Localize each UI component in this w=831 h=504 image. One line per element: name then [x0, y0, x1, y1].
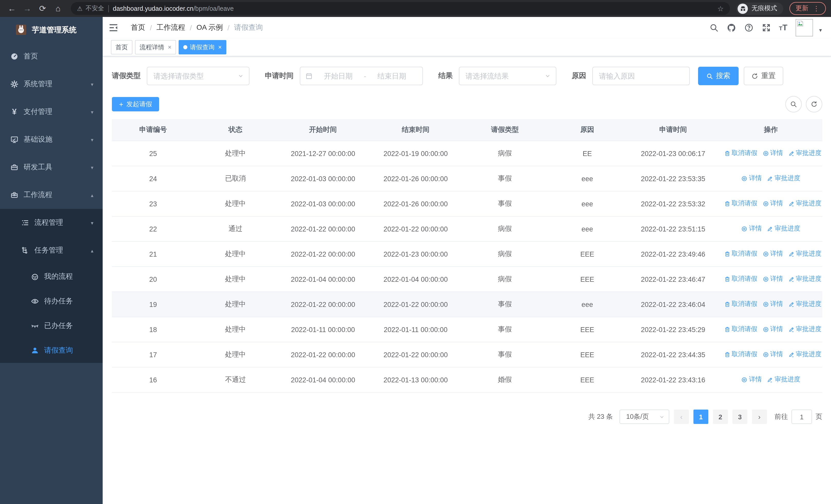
page-button-2[interactable]: 2: [713, 410, 728, 424]
sidebar-item-system[interactable]: 系统管理 ▾: [0, 70, 103, 98]
breadcrumb-item-home[interactable]: 首页: [131, 23, 145, 32]
avatar[interactable]: [796, 19, 813, 36]
browser-home-icon[interactable]: ⌂: [51, 2, 65, 15]
update-button[interactable]: 更新 ⋮: [790, 2, 826, 15]
security-chip[interactable]: ⚠ 不安全: [77, 4, 104, 13]
approval-progress-link[interactable]: 审批进度: [788, 149, 822, 158]
start-date-input[interactable]: [316, 71, 361, 81]
font-size-icon[interactable]: TT: [779, 23, 787, 32]
apply-time-range-picker[interactable]: -: [300, 67, 423, 85]
detail-link[interactable]: 详情: [763, 199, 783, 208]
filter-form: 请假类型 申请时间 -: [112, 67, 822, 85]
cancel-leave-link[interactable]: 取消请假: [724, 350, 757, 359]
sidebar-item-infra[interactable]: 基础设施 ▾: [0, 126, 103, 153]
detail-link[interactable]: 详情: [741, 225, 762, 233]
sidebar-item-task-mgmt[interactable]: 任务管理 ▴: [0, 237, 103, 264]
calendar-icon: [306, 72, 313, 80]
cancel-leave-link[interactable]: 取消请假: [724, 300, 757, 309]
browser-back-icon[interactable]: ←: [5, 2, 19, 15]
approval-progress-link[interactable]: 审批进度: [788, 250, 822, 259]
detail-link[interactable]: 详情: [763, 350, 783, 359]
incognito-badge: 无痕模式: [736, 2, 783, 14]
cell-apply-time: 2022-01-22 23:44:35: [627, 342, 719, 367]
detail-link[interactable]: 详情: [763, 300, 783, 309]
page-size-select[interactable]: 10条/页: [620, 410, 669, 424]
edit-pen-icon: [767, 176, 773, 182]
detail-link[interactable]: 详情: [763, 250, 783, 259]
end-date-input[interactable]: [369, 71, 414, 81]
search-button[interactable]: 搜索: [698, 67, 739, 85]
page-button-1[interactable]: 1: [693, 410, 708, 424]
sidebar-item-leave-query[interactable]: 请假查询: [0, 338, 103, 363]
refresh-table-button[interactable]: [806, 96, 822, 112]
cell-actions: 取消请假详情审批进度: [719, 191, 822, 216]
cell-end: 2022-01-22 00:00:00: [369, 216, 462, 241]
tab-process-detail[interactable]: 流程详情 ×: [135, 40, 176, 54]
approval-progress-link[interactable]: 审批进度: [767, 225, 800, 233]
cell-actions: 详情审批进度: [719, 216, 822, 241]
cell-type: 病假: [462, 216, 548, 241]
sidebar-item-my-process[interactable]: 我的流程: [0, 264, 103, 289]
sidebar-fold-icon[interactable]: [108, 22, 119, 33]
bookmark-star-icon[interactable]: ☆: [717, 4, 724, 12]
cell-id: 19: [112, 292, 194, 317]
tab-leave-query[interactable]: 请假查询 ×: [179, 40, 226, 54]
reason-input-wrap[interactable]: [592, 67, 690, 85]
close-icon[interactable]: ×: [168, 43, 171, 51]
show-search-button[interactable]: [785, 96, 802, 112]
browser-forward-icon[interactable]: →: [21, 2, 34, 15]
leave-type-select[interactable]: [147, 67, 250, 85]
browser-reload-icon[interactable]: ⟳: [36, 2, 49, 15]
goto-page-input[interactable]: [792, 410, 812, 424]
cancel-leave-link[interactable]: 取消请假: [724, 149, 757, 158]
approval-progress-link[interactable]: 审批进度: [767, 376, 800, 384]
sidebar-item-process-mgmt[interactable]: 流程管理 ▾: [0, 209, 103, 237]
browser-menu-icon[interactable]: ⋮: [813, 5, 820, 12]
cell-apply-time: 2022-01-22 23:51:15: [627, 216, 719, 241]
detail-link[interactable]: 详情: [763, 149, 783, 158]
cell-apply-time: 2022-01-23 00:06:17: [627, 141, 719, 166]
cancel-leave-link[interactable]: 取消请假: [724, 275, 757, 284]
approval-progress-link[interactable]: 审批进度: [788, 275, 822, 284]
plus-icon: +: [119, 100, 123, 108]
cancel-leave-link[interactable]: 取消请假: [724, 199, 757, 208]
detail-link[interactable]: 详情: [763, 275, 783, 284]
create-leave-button[interactable]: + 发起请假: [112, 97, 159, 111]
detail-link[interactable]: 详情: [741, 174, 762, 183]
result-select[interactable]: [459, 67, 556, 85]
close-icon[interactable]: ×: [218, 43, 222, 51]
next-page-button[interactable]: ›: [752, 410, 767, 424]
sidebar-item-workflow[interactable]: 工作流程 ▴: [0, 181, 103, 209]
approval-progress-link[interactable]: 审批进度: [767, 174, 800, 183]
breadcrumb-item-workflow[interactable]: 工作流程: [156, 23, 185, 32]
cell-actions: 取消请假详情审批进度: [719, 241, 822, 267]
sidebar-item-devtools[interactable]: 研发工具 ▾: [0, 153, 103, 181]
prev-page-button[interactable]: ‹: [674, 410, 689, 424]
github-icon[interactable]: [726, 23, 736, 32]
approval-progress-link[interactable]: 审批进度: [788, 325, 822, 334]
detail-link[interactable]: 详情: [763, 325, 783, 334]
reason-input[interactable]: [598, 71, 684, 81]
chevron-down-icon[interactable]: ▼: [818, 28, 823, 33]
tab-home[interactable]: 首页: [111, 40, 133, 54]
cell-apply-time: 2022-01-22 23:49:46: [627, 241, 719, 267]
url-bar[interactable]: ⚠ 不安全 dashboard.yudao.iocoder.cn/bpm/oa/…: [71, 2, 730, 15]
approval-progress-link[interactable]: 审批进度: [788, 199, 822, 208]
approval-progress-link[interactable]: 审批进度: [788, 300, 822, 309]
cancel-leave-link[interactable]: 取消请假: [724, 250, 757, 259]
search-icon[interactable]: [709, 23, 718, 32]
approval-progress-link[interactable]: 审批进度: [788, 350, 822, 359]
sidebar-item-done-tasks[interactable]: 已办任务: [0, 314, 103, 338]
fullscreen-icon[interactable]: [762, 23, 771, 32]
sidebar-item-todo-tasks[interactable]: 待办任务: [0, 289, 103, 314]
sidebar-item-home[interactable]: 首页: [0, 42, 103, 70]
breadcrumb-item-oa[interactable]: OA 示例: [197, 23, 223, 32]
help-icon[interactable]: [744, 23, 753, 32]
cancel-leave-link[interactable]: 取消请假: [724, 325, 757, 334]
chevron-down-icon: ▾: [91, 165, 93, 170]
view-icon: [763, 326, 769, 333]
reset-button[interactable]: 重置: [744, 67, 783, 85]
detail-link[interactable]: 详情: [741, 376, 762, 384]
page-button-3[interactable]: 3: [733, 410, 747, 424]
sidebar-item-payment[interactable]: ¥ 支付管理 ▾: [0, 98, 103, 126]
